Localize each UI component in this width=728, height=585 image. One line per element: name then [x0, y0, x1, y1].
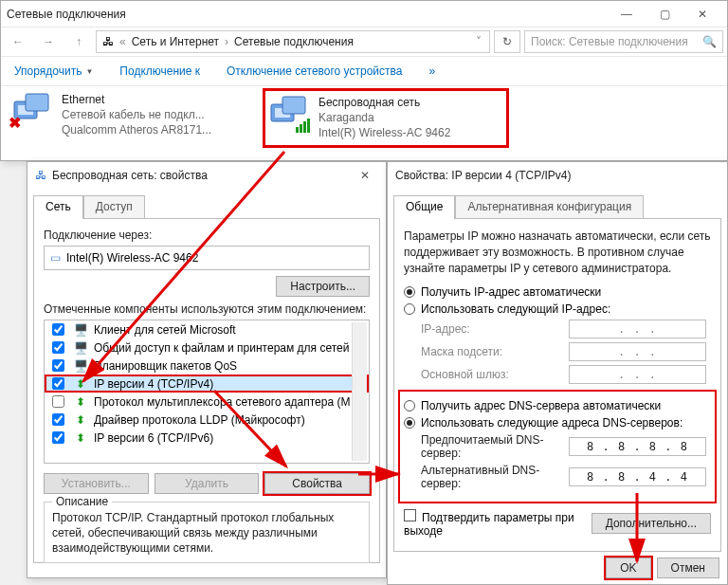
radio-auto-dns[interactable]: Получить адрес DNS-сервера автоматически — [404, 399, 711, 412]
panel-icon: 🖧 — [102, 35, 114, 48]
tab-strip: Общие Альтернативная конфигурация — [388, 189, 727, 218]
search-input[interactable]: Поиск: Сетевые подключения 🔍 — [524, 30, 723, 53]
nav-up-button[interactable]: ↑ — [65, 29, 92, 54]
dialog-titlebar[interactable]: 🖧 Беспроводная сеть: свойства ✕ — [27, 162, 386, 189]
adapter-wifi[interactable]: Беспроводная сеть Karaganda Intel(R) Wir… — [263, 88, 509, 148]
refresh-button[interactable]: ↻ — [494, 30, 520, 53]
validate-checkbox[interactable]: Подтвердить параметры при выходе — [404, 509, 592, 538]
more-commands[interactable]: » — [428, 64, 435, 78]
disconnected-icon: ✖ — [9, 114, 21, 132]
tab-body: Подключение через: ▭ Intel(R) Wireless-A… — [33, 218, 380, 563]
list-item[interactable]: 🖥️Общий доступ к файлам и принтерам для … — [45, 338, 369, 356]
ip-address-field: . . . — [569, 320, 706, 338]
alternate-dns-field[interactable]: 8 . 8 . 4 . 4 — [569, 467, 706, 486]
titlebar[interactable]: Сетевые подключения — ▢ ✕ — [1, 1, 727, 27]
list-item-ipv4[interactable]: ⬍IP версии 4 (TCP/IPv4) — [45, 375, 369, 393]
breadcrumb[interactable]: 🖧 « Сеть и Интернет › Сетевые подключени… — [96, 30, 490, 53]
protocol-icon: ⬍ — [73, 430, 88, 446]
chevron-down-icon[interactable]: ˅ — [476, 35, 482, 48]
radio-icon — [404, 400, 415, 411]
scrollbar[interactable] — [352, 322, 367, 461]
tab-access[interactable]: Доступ — [83, 195, 145, 219]
adapter-properties-dialog: 🖧 Беспроводная сеть: свойства ✕ Сеть Дос… — [27, 161, 387, 578]
ipv4-properties-dialog: Свойства: IP версии 4 (TCP/IPv4) Общие А… — [387, 161, 728, 585]
nav-back-button[interactable]: ← — [5, 29, 31, 54]
tab-alt-config[interactable]: Альтернативная конфигурация — [455, 195, 644, 219]
tab-network[interactable]: Сеть — [33, 195, 83, 219]
nic-icon: ✖ — [12, 92, 54, 130]
checkbox[interactable] — [52, 413, 64, 426]
adapter-hardware: Qualcomm Atheros AR8171... — [62, 122, 211, 137]
configure-button[interactable]: Настроить... — [276, 276, 370, 297]
preferred-dns-label: Предпочитаемый DNS-сервер: — [421, 433, 563, 460]
minimize-button[interactable]: — — [608, 1, 646, 27]
checkbox[interactable] — [52, 359, 64, 372]
breadcrumb-item[interactable]: Сетевые подключения — [234, 35, 354, 48]
list-item[interactable]: 🖥️Планировщик пакетов QoS — [45, 356, 369, 375]
list-item[interactable]: ⬍IP версии 6 (TCP/IPv6) — [45, 429, 369, 447]
list-item[interactable]: 🖥️Клиент для сетей Microsoft — [45, 320, 369, 338]
nav-forward-button[interactable]: → — [35, 29, 62, 54]
dialog-titlebar[interactable]: Свойства: IP версии 4 (TCP/IPv4) — [388, 162, 727, 189]
adapter-name: Беспроводная сеть — [318, 95, 450, 110]
radio-manual-dns[interactable]: Использовать следующие адреса DNS-сервер… — [404, 416, 711, 430]
address-bar-row: ← → ↑ 🖧 « Сеть и Интернет › Сетевые подк… — [1, 27, 727, 56]
adapter-list: ✖ Ethernet Сетевой кабель не подкл... Qu… — [1, 86, 727, 150]
connect-via-label: Подключение через: — [44, 229, 370, 242]
adapter-name: Ethernet — [62, 92, 211, 107]
adapter-status: Karaganda — [318, 110, 450, 125]
description-text: Протокол TCP/IP. Стандартный протокол гл… — [52, 510, 361, 557]
radio-icon — [404, 303, 415, 315]
ip-address-label: IP-адрес: — [421, 322, 563, 336]
signal-icon — [296, 119, 310, 133]
maximize-button[interactable]: ▢ — [646, 1, 683, 27]
checkbox-icon — [404, 509, 416, 521]
nic-small-icon: ▭ — [50, 251, 61, 265]
connect-to-button[interactable]: Подключение к — [119, 64, 200, 78]
subnet-mask-label: Маска подсети: — [421, 345, 563, 358]
search-icon: 🔍 — [702, 35, 717, 48]
checkbox[interactable] — [52, 377, 64, 390]
cancel-button[interactable]: Отмен — [657, 558, 719, 578]
checkbox[interactable] — [52, 323, 64, 336]
disable-device-button[interactable]: Отключение сетевого устройства — [227, 64, 402, 78]
dialog-title: Свойства: IP версии 4 (TCP/IPv4) — [395, 169, 719, 182]
dialog-title: Беспроводная сеть: свойства — [52, 169, 352, 182]
properties-button[interactable]: Свойства — [264, 473, 370, 494]
preferred-dns-field[interactable]: 8 . 8 . 8 . 8 — [569, 437, 706, 456]
checkbox[interactable] — [52, 395, 64, 408]
window-title: Сетевые подключения — [7, 8, 608, 21]
organize-menu[interactable]: Упорядочить▼ — [14, 64, 93, 78]
close-button[interactable]: ✕ — [352, 169, 378, 182]
gateway-label: Основной шлюз: — [421, 368, 563, 381]
install-button[interactable]: Установить... — [44, 473, 149, 494]
checkbox[interactable] — [52, 431, 64, 444]
radio-auto-ip[interactable]: Получить IP-адрес автоматически — [404, 285, 711, 299]
alternate-dns-label: Альтернативный DNS-сервер: — [421, 464, 563, 490]
adapter-hardware: Intel(R) Wireless-AC 9462 — [318, 125, 450, 140]
tab-strip: Сеть Доступ — [27, 189, 386, 218]
radio-manual-ip[interactable]: Использовать следующий IP-адрес: — [404, 302, 711, 316]
ok-button[interactable]: OK — [606, 558, 650, 578]
subnet-mask-field: . . . — [569, 342, 706, 361]
adapter-field: ▭ Intel(R) Wireless-AC 9462 — [44, 246, 370, 270]
list-item[interactable]: ⬍Протокол мультиплексора сетевого адапте… — [45, 393, 369, 411]
advanced-button[interactable]: Дополнительно... — [592, 513, 711, 534]
protocol-icon: ⬍ — [73, 376, 88, 392]
share-icon: 🖥️ — [73, 340, 88, 356]
radio-icon — [404, 286, 415, 298]
adapter-ethernet[interactable]: ✖ Ethernet Сетевой кабель не подкл... Qu… — [9, 88, 255, 148]
client-icon: 🖥️ — [73, 322, 88, 338]
list-item[interactable]: ⬍Драйвер протокола LLDP (Майкрософт) — [45, 411, 369, 429]
radio-icon — [404, 417, 415, 429]
description-group: Описание Протокол TCP/IP. Стандартный пр… — [44, 502, 370, 563]
qos-icon: 🖥️ — [73, 358, 88, 374]
uninstall-button[interactable]: Удалить — [155, 473, 260, 494]
protocol-icon: ⬍ — [73, 412, 88, 428]
close-button[interactable]: ✕ — [683, 1, 721, 27]
tab-general[interactable]: Общие — [393, 195, 455, 219]
checkbox[interactable] — [52, 341, 64, 354]
breadcrumb-item[interactable]: Сеть и Интернет — [132, 35, 219, 48]
command-bar: Упорядочить▼ Подключение к Отключение се… — [1, 56, 727, 86]
components-list[interactable]: 🖥️Клиент для сетей Microsoft 🖥️Общий дос… — [44, 320, 370, 464]
